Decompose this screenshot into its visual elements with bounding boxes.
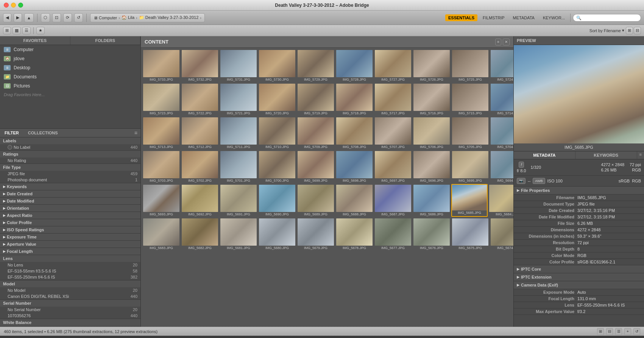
- thumb-5723[interactable]: IMG_5723.JPG: [142, 83, 180, 116]
- workspace-keywords[interactable]: KEYWOR...: [540, 14, 568, 21]
- filter-header-focallength[interactable]: ▶Focal Length: [0, 248, 140, 255]
- thumb-5733[interactable]: IMG_5733.JPG: [142, 49, 180, 82]
- workspace-filmstrip[interactable]: FILMSTRIP: [480, 14, 507, 21]
- thumb-5729[interactable]: IMG_5729.JPG: [297, 49, 335, 82]
- thumb-5705[interactable]: IMG_5705.JPG: [451, 117, 489, 150]
- thumb-5708[interactable]: IMG_5708.JPG: [335, 117, 373, 150]
- iptc-core-header[interactable]: ▶ IPTC Core: [514, 265, 644, 273]
- thumb-5730[interactable]: IMG_5730.JPG: [258, 49, 296, 82]
- thumb-5712[interactable]: IMG_5712.JPG: [181, 117, 219, 150]
- thumb-5697[interactable]: IMG_5697.JPG: [374, 150, 412, 183]
- thumb-5702[interactable]: IMG_5702.JPG: [181, 150, 219, 183]
- grid-view-button[interactable]: ⊞: [3, 27, 11, 34]
- camera-data-header[interactable]: ▶ Camera Data (Exif): [514, 281, 644, 289]
- thumb-5721[interactable]: IMG_5721.JPG: [220, 83, 257, 116]
- sort-arrow[interactable]: ▾: [622, 28, 624, 33]
- filter-header-datemodified[interactable]: ▶Date Modified: [0, 198, 140, 204]
- filter-row-norating[interactable]: No Rating 440: [0, 157, 140, 164]
- filter-header-serial[interactable]: Serial Number: [0, 300, 140, 307]
- filter-header-aperture[interactable]: ▶Aperture Value: [0, 241, 140, 248]
- thumb-5731[interactable]: IMG_5731.JPG: [220, 49, 257, 82]
- tab-keywords[interactable]: KEYWORDS: [575, 151, 637, 159]
- filter-row-nomodel[interactable]: No Model 20: [0, 287, 140, 293]
- thumb-5675[interactable]: IMG_5675.JPG: [451, 218, 489, 251]
- thumb-5707[interactable]: IMG_5707.JPG: [374, 117, 412, 150]
- tab-metadata[interactable]: METADATA: [514, 151, 575, 159]
- back-button[interactable]: ◀: [3, 13, 11, 22]
- thumb-5706[interactable]: IMG_5706.JPG: [413, 117, 451, 150]
- thumb-5686[interactable]: IMG_5686.JPG: [413, 184, 451, 217]
- maximize-button[interactable]: [18, 3, 23, 8]
- filter-row-noserial[interactable]: No Serial Number 20: [0, 307, 140, 313]
- thumb-5711[interactable]: IMG_5711.JPG: [220, 117, 257, 150]
- filter-header-lens[interactable]: Lens: [0, 255, 140, 262]
- thumb-5682[interactable]: IMG_5682.JPG: [181, 218, 219, 251]
- filmstrip-view-button[interactable]: ▦: [12, 27, 21, 34]
- thumb-5720[interactable]: IMG_5720.JPG: [258, 83, 296, 116]
- filter-row-lens1[interactable]: EF-S18-55mm f/3.5-5.6 IS 58: [0, 268, 140, 274]
- filter-header-datecreated[interactable]: ▶Date Created: [0, 190, 140, 197]
- thumb-5718[interactable]: IMG_5718.JPG: [335, 83, 373, 116]
- thumb-5727[interactable]: IMG_5727.JPG: [374, 49, 412, 82]
- file-properties-header[interactable]: ▶ File Properties: [514, 187, 644, 195]
- status-btn-2[interactable]: ⊟: [606, 328, 613, 335]
- view-options-button[interactable]: ≡: [495, 39, 501, 45]
- filter-row-psd[interactable]: Photoshop document 1: [0, 177, 140, 183]
- thumb-5691[interactable]: IMG_5691.JPG: [220, 184, 257, 217]
- iptc-extension-header[interactable]: ▶ IPTC Extension: [514, 273, 644, 281]
- tab-filter[interactable]: FILTER: [0, 129, 23, 137]
- thumb-5677[interactable]: IMG_5677.JPG: [374, 218, 412, 251]
- thumb-5717[interactable]: IMG_5717.JPG: [374, 83, 412, 116]
- filter-row-nolabel[interactable]: No Label 440: [0, 144, 140, 150]
- filter-header-labels[interactable]: Labels: [0, 137, 140, 144]
- thumb-5688[interactable]: IMG_5688.JPG: [335, 184, 373, 217]
- fav-item-documents[interactable]: 📁 Documents: [0, 72, 140, 81]
- thumb-5696[interactable]: IMG_5696.JPG: [413, 150, 451, 183]
- minimize-button[interactable]: [11, 3, 16, 8]
- filter-row-lens2[interactable]: EF-S55-250mm f/4-5.6 IS 382: [0, 274, 140, 280]
- layout-btn-1[interactable]: ⊞: [626, 27, 633, 34]
- forward-button[interactable]: ▶: [14, 13, 22, 22]
- thumb-5679[interactable]: IMG_5679.JPG: [297, 218, 335, 251]
- thumb-5680[interactable]: IMG_5680.JPG: [258, 218, 296, 251]
- thumb-5695[interactable]: IMG_5695.JPG: [451, 150, 489, 183]
- fav-item-jdove[interactable]: 🏠 jdove: [0, 54, 140, 63]
- thumb-5704[interactable]: IMG_5704.JPG: [490, 117, 513, 150]
- filter-header-aspectratio[interactable]: ▶Aspect Ratio: [0, 212, 140, 219]
- thumb-5676[interactable]: IMG_5676.JPG: [413, 218, 451, 251]
- detail-view-button[interactable]: ☰: [22, 27, 31, 34]
- workspace-metadata[interactable]: METADATA: [510, 14, 537, 21]
- filter-row-model1[interactable]: Canon EOS DIGITAL REBEL XSi 440: [0, 293, 140, 299]
- thumb-5692[interactable]: IMG_5692.JPG: [181, 184, 219, 217]
- thumb-5719[interactable]: IMG_5719.JPG: [297, 83, 335, 116]
- breadcrumb-computer[interactable]: 🖥 Computer: [94, 16, 117, 20]
- thumb-5710[interactable]: IMG_5710.JPG: [258, 117, 296, 150]
- close-button[interactable]: [4, 3, 9, 8]
- filter-row-nowb[interactable]: No White Balance 20: [0, 326, 140, 327]
- status-btn-3[interactable]: ☰: [615, 328, 622, 335]
- filter-header-orientation[interactable]: ▶Orientation: [0, 205, 140, 212]
- thumb-5681[interactable]: IMG_5681.JPG: [220, 218, 257, 251]
- thumb-5713[interactable]: IMG_5713.JPG: [142, 117, 180, 150]
- thumb-5725[interactable]: IMG_5725.JPG: [451, 49, 489, 82]
- thumb-5715[interactable]: IMG_5715.JPG: [451, 83, 489, 116]
- filter-header-exposure[interactable]: ▶Exposure Time: [0, 234, 140, 240]
- filter-row-nolens[interactable]: No Lens 20: [0, 262, 140, 268]
- thumb-5724[interactable]: IMG_5724.JPG: [490, 49, 513, 82]
- filter-header-keywords[interactable]: ▶Keywords: [0, 183, 140, 190]
- thumb-5690[interactable]: IMG_5690.JPG: [258, 184, 296, 217]
- fav-item-computer[interactable]: 🖥 Computer: [0, 45, 140, 54]
- thumb-5687[interactable]: IMG_5687.JPG: [374, 184, 412, 217]
- thumb-5685[interactable]: IMG_5685.JPG: [451, 184, 488, 217]
- refresh-button[interactable]: ⟳: [63, 13, 72, 22]
- thumb-5716[interactable]: IMG_5716.JPG: [413, 83, 451, 116]
- thumb-5684[interactable]: IMG_5684.JPG: [488, 184, 513, 217]
- filter-header-ratings[interactable]: Ratings: [0, 151, 140, 157]
- thumb-5728[interactable]: IMG_5728.JPG: [335, 49, 373, 82]
- boomerang-button[interactable]: ↺: [74, 13, 83, 22]
- thumb-5678[interactable]: IMG_5678.JPG: [335, 218, 373, 251]
- thumb-5732[interactable]: IMG_5732.JPG: [181, 49, 219, 82]
- tab-collections[interactable]: COLLECTIONS: [23, 129, 62, 137]
- workspace-essentials[interactable]: ESSENTIALS: [445, 14, 477, 21]
- thumb-5693[interactable]: IMG_5693.JPG: [142, 184, 180, 217]
